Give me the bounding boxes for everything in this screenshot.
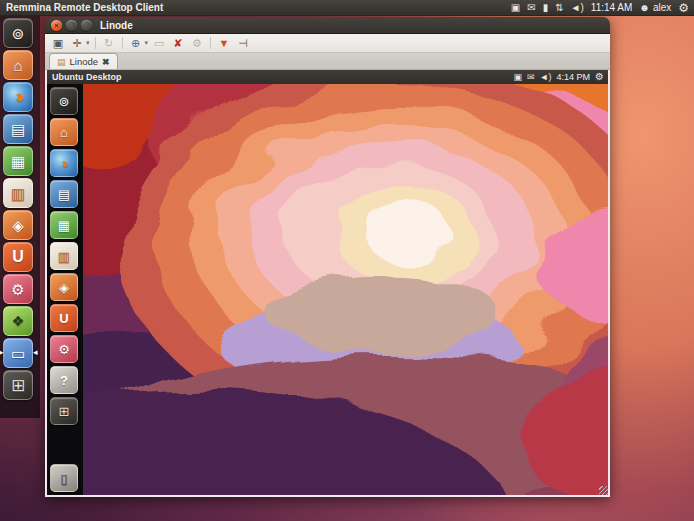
host-top-panel: Remmina Remote Desktop Client ▣✉▮⇅◄) 11:… (0, 0, 694, 16)
focused-indicator-arrow: ◂ (33, 348, 38, 357)
host-clock[interactable]: 11:14 AM (591, 2, 633, 13)
launcher-item-home-folder[interactable]: ⌂ (50, 118, 78, 146)
libreoffice-impress-icon: ▥ (11, 186, 25, 201)
launcher-item-workspace-switcher[interactable]: ⊞ (50, 397, 78, 425)
dropdown-caret-icon[interactable]: ▾ (86, 39, 90, 47)
libreoffice-calc-icon: ▦ (58, 219, 70, 232)
remote-wallpaper[interactable] (83, 84, 608, 495)
libreoffice-writer-icon: ▤ (11, 122, 25, 137)
launcher-item-help[interactable]: ? (50, 366, 78, 394)
dash-home-icon: ⊚ (59, 95, 70, 108)
disconnect-icon: ⊣ (238, 37, 248, 50)
host-indicators: ▣✉▮⇅◄) (511, 3, 584, 13)
toolbar-disconnect-button[interactable]: ⊣ (235, 36, 251, 51)
green-swirl-icon: ❖ (12, 314, 25, 328)
toolbar-refresh-button: ↻ (101, 36, 117, 51)
launcher-item-home-folder[interactable]: ⌂ (3, 50, 33, 80)
maximize-window-button[interactable] (81, 20, 92, 31)
volume-icon[interactable]: ◄) (540, 73, 552, 82)
toolbar-monitor-button[interactable]: ▣ (50, 36, 66, 51)
launcher-item-remmina[interactable]: ▭ (3, 338, 33, 368)
launcher-item-dash-home[interactable]: ⊚ (50, 87, 78, 115)
resize-grip[interactable] (599, 486, 608, 495)
tab-bar: ▤ Linode ✖ (45, 53, 610, 70)
remote-desktop-view: Ubuntu Desktop ▣✉◄) 4:14 PM ⚙ ⊚⌂◕▤▦▥◈U⚙?… (45, 70, 610, 497)
tab-linode[interactable]: ▤ Linode ✖ (49, 53, 118, 69)
toolbar-tools-button[interactable]: ✘ (170, 36, 186, 51)
user-menu[interactable]: ☻ alex (639, 2, 671, 13)
remote-indicators: ▣✉◄) (514, 73, 552, 82)
toolbar-separator (95, 37, 96, 49)
tab-close-icon[interactable]: ✖ (102, 57, 110, 67)
launcher-item-libreoffice-writer[interactable]: ▤ (3, 114, 33, 144)
home-folder-icon: ⌂ (13, 58, 22, 73)
toolbar-screenshot-button[interactable]: ▼ (216, 36, 232, 51)
launcher-item-ubuntu-one[interactable]: U (3, 242, 33, 272)
window-title: Linode (100, 20, 133, 31)
gear-icon[interactable]: ⚙ (595, 72, 604, 82)
workspace-switcher-icon: ⊞ (59, 405, 70, 418)
launcher-item-green-swirl[interactable]: ❖ (3, 306, 33, 336)
launcher-item-dash-home[interactable]: ⊚ (3, 18, 33, 48)
close-window-button[interactable]: ✕ (51, 20, 62, 31)
launcher-item-firefox[interactable]: ◕ (3, 82, 33, 112)
firefox-icon: ◕ (8, 87, 28, 108)
dash-home-icon: ⊚ (12, 26, 25, 41)
launcher-item-trash[interactable]: ▯ (50, 464, 78, 492)
remote-unity-launcher: ⊚⌂◕▤▦▥◈U⚙?⊞▯ (47, 84, 83, 495)
firefox-icon: ◕ (57, 155, 71, 170)
libreoffice-calc-icon: ▦ (11, 154, 25, 169)
dropdown-caret-icon[interactable]: ▾ (145, 39, 149, 47)
user-icon: ☻ (639, 3, 650, 13)
launcher-item-libreoffice-impress[interactable]: ▥ (50, 242, 78, 270)
toolbar-keyboard-grab-button: ▭ (151, 36, 167, 51)
mail-icon[interactable]: ✉ (527, 3, 535, 13)
mail-icon[interactable]: ✉ (527, 73, 535, 82)
launcher-item-system-settings[interactable]: ⚙ (50, 335, 78, 363)
home-folder-icon: ⌂ (60, 126, 68, 139)
keyboard-grab-icon: ▭ (154, 37, 164, 50)
launcher-item-libreoffice-impress[interactable]: ▥ (3, 178, 33, 208)
launcher-item-software-center[interactable]: ◈ (50, 273, 78, 301)
launcher-item-libreoffice-calc[interactable]: ▦ (50, 211, 78, 239)
fullscreen-icon: ✛ (72, 37, 81, 50)
launcher-item-system-settings[interactable]: ⚙ (3, 274, 33, 304)
launcher-item-ubuntu-one[interactable]: U (50, 304, 78, 332)
remote-body: ⊚⌂◕▤▦▥◈U⚙?⊞▯ (47, 84, 608, 495)
help-icon: ? (60, 374, 68, 387)
minimize-window-button[interactable] (66, 20, 77, 31)
username-label: alex (653, 2, 671, 13)
tab-label: Linode (70, 56, 99, 67)
host-indicator-area: ▣✉▮⇅◄) 11:14 AM ☻ alex ⚙ (511, 2, 694, 14)
gears-icon: ⚙ (192, 37, 202, 50)
toolbar-scaled-view-button[interactable]: ⊕ (128, 36, 144, 51)
software-center-icon: ◈ (12, 218, 24, 233)
remote-indicator-area: ▣✉◄) 4:14 PM ⚙ (514, 72, 608, 82)
remote-session-icon: ▤ (57, 57, 66, 67)
launcher-item-software-center[interactable]: ◈ (3, 210, 33, 240)
scaled-view-icon: ⊕ (131, 37, 140, 50)
launcher-item-libreoffice-calc[interactable]: ▦ (3, 146, 33, 176)
window-titlebar[interactable]: ✕ Linode (45, 17, 610, 34)
remote-desktop-icon[interactable]: ▣ (514, 73, 523, 82)
refresh-icon: ↻ (104, 37, 113, 50)
battery-icon[interactable]: ▮ (543, 3, 549, 13)
gear-icon[interactable]: ⚙ (678, 2, 689, 14)
tools-icon: ✘ (173, 37, 182, 50)
toolbar-separator (210, 37, 211, 49)
launcher-item-libreoffice-writer[interactable]: ▤ (50, 180, 78, 208)
workspace-switcher-icon: ⊞ (11, 377, 25, 394)
launcher-item-workspace-switcher[interactable]: ⊞ (3, 370, 33, 400)
ubuntu-one-icon: U (12, 249, 24, 265)
ubuntu-one-icon: U (59, 312, 68, 325)
remote-menu-label[interactable]: Ubuntu Desktop (47, 72, 122, 82)
host-unity-launcher: ⊚⌂◕▤▦▥◈U⚙❖▭▸◂⊞ (0, 16, 40, 418)
launcher-item-firefox[interactable]: ◕ (50, 149, 78, 177)
remote-desktop-icon[interactable]: ▣ (511, 3, 520, 13)
toolbar-fullscreen-button[interactable]: ✛ (69, 36, 85, 51)
sync-icon[interactable]: ⇅ (555, 3, 563, 13)
remote-clock[interactable]: 4:14 PM (557, 72, 591, 82)
volume-icon[interactable]: ◄) (571, 3, 584, 13)
toolbar-separator (122, 37, 123, 49)
remmina-toolbar: ▣✛▾↻⊕▾▭✘⚙▼⊣ (45, 34, 610, 53)
